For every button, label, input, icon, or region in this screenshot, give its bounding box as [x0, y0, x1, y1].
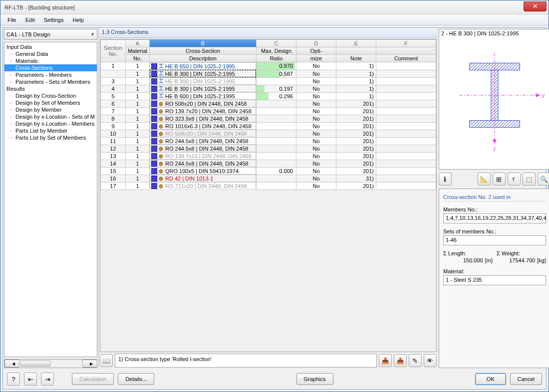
row-number[interactable]: 10 [100, 130, 125, 137]
col-letter-e[interactable]: E [336, 40, 376, 47]
cell-ratio[interactable] [256, 100, 296, 107]
cell-description[interactable]: ◍RO 323.9x8 | DIN 2448, DIN 2458 [150, 115, 256, 122]
cell-optimize[interactable]: No [296, 137, 336, 145]
cell-optimize[interactable]: No [296, 70, 336, 77]
cell-optimize[interactable]: No [296, 62, 336, 70]
cell-ratio[interactable]: 0.197 [256, 85, 296, 92]
cell-note[interactable]: 1) [336, 70, 376, 77]
col-section-no[interactable]: SectionNo. [100, 40, 125, 62]
cell-material[interactable]: 1 [125, 62, 149, 70]
table-row[interactable]: 151◍QRO 100x5 | DIN 59410:19740.000No201… [100, 167, 436, 175]
nav-design-xloc-members[interactable]: Design by x-Location - Members [4, 120, 97, 127]
row-number[interactable]: 12 [100, 145, 125, 152]
graphics-button[interactable]: Graphics [296, 373, 333, 385]
cell-optimize[interactable]: No [296, 100, 336, 107]
cell-note[interactable]: 201) [336, 152, 376, 160]
row-number[interactable]: 3 [100, 77, 125, 85]
table-row[interactable]: 171◍RO 711x20 | DIN 2448, DIN 2458No201) [100, 182, 436, 190]
cell-comment[interactable] [376, 167, 436, 175]
cell-description[interactable]: ◍RO 508x20 | DIN 2448, DIN 2458 [150, 100, 256, 107]
calculation-button[interactable]: Calculation [72, 373, 114, 385]
cell-ratio[interactable] [256, 130, 296, 137]
cell-material[interactable]: 1 [125, 70, 149, 77]
cell-description[interactable]: ◍RO 244.5x8 | DIN 2448, DIN 2458 [150, 160, 256, 167]
cell-note[interactable]: 1) [336, 85, 376, 92]
table-row[interactable]: 101◍RO 508x20 | DIN 2448, DIN 2458No201) [100, 130, 436, 137]
cell-material[interactable]: 1 [125, 137, 149, 145]
cell-description[interactable]: ◍RO 244.5x8 | DIN 2448, DIN 2458 [150, 137, 256, 145]
cell-ratio[interactable] [256, 152, 296, 160]
table-row[interactable]: 111◍RO 244.5x8 | DIN 2448, DIN 2458No201… [100, 137, 436, 145]
cell-comment[interactable] [376, 107, 436, 115]
cell-optimize[interactable]: No [296, 145, 336, 152]
cell-note[interactable]: 201) [336, 160, 376, 167]
cell-ratio[interactable] [256, 77, 296, 85]
cell-note[interactable]: 1) [336, 92, 376, 100]
cell-description[interactable]: 工HE B 300 | DIN 1025-2:1995 [150, 85, 256, 92]
next-table-button[interactable]: ⇥ [41, 373, 54, 386]
cell-material[interactable]: 1 [125, 160, 149, 167]
cell-comment[interactable] [376, 70, 436, 77]
cell-optimize[interactable]: No [296, 160, 336, 167]
cell-optimize[interactable]: No [296, 167, 336, 175]
table-row[interactable]: 41工HE B 300 | DIN 1025-2:19950.197No1) [100, 85, 436, 92]
cell-note[interactable]: 31) [336, 175, 376, 182]
cell-note[interactable]: 201) [336, 107, 376, 115]
row-number[interactable]: 11 [100, 137, 125, 145]
cell-comment[interactable] [376, 137, 436, 145]
col-ratio[interactable]: Max. Design [256, 47, 296, 55]
cell-description[interactable]: ◍RO 711x20 | DIN 2448, DIN 2458 [150, 182, 256, 190]
table-row[interactable]: 21工HE B 300 | DIN 1025-2:19950.587No1) [100, 70, 436, 77]
cell-material[interactable]: 1 [125, 182, 149, 190]
cell-note[interactable]: 201) [336, 115, 376, 122]
tree-group-input[interactable]: Input Data [4, 43, 97, 50]
cell-ratio[interactable]: 0.587 [256, 70, 296, 77]
pick-section-button[interactable]: 📥 [379, 354, 392, 367]
nav-parts-som[interactable]: Parts List by Set of Members [4, 134, 97, 141]
cell-optimize[interactable]: No [296, 77, 336, 85]
table-row[interactable]: 11工HE B 650 | DIN 1025-2:19950.970No1) [100, 62, 436, 70]
table-row[interactable]: 91◍RO 1016x6.3 | DIN 2448, DIN 2458No201… [100, 122, 436, 130]
row-number[interactable]: 15 [100, 167, 125, 175]
cell-note[interactable]: 1) [336, 62, 376, 70]
cell-ratio[interactable] [256, 175, 296, 182]
row-number[interactable]: 1 [100, 62, 125, 70]
cell-material[interactable]: 1 [125, 167, 149, 175]
cross-sections-table[interactable]: SectionNo. A B C D E F Material Cross-Se… [100, 39, 436, 190]
cell-note[interactable]: 201) [336, 137, 376, 145]
cell-note[interactable]: 1) [336, 77, 376, 85]
cell-material[interactable]: 1 [125, 175, 149, 182]
table-row[interactable]: 51工HE B 600 | DIN 1025-2:19950.296No1) [100, 92, 436, 100]
cell-material[interactable]: 1 [125, 145, 149, 152]
cell-material[interactable]: 1 [125, 115, 149, 122]
nav-design-xloc-sets[interactable]: Design by x-Location - Sets of M [4, 113, 97, 120]
cell-comment[interactable] [376, 182, 436, 190]
cancel-button[interactable]: Cancel [510, 373, 542, 385]
table-row[interactable]: 141◍RO 244.5x8 | DIN 2448, DIN 2458No201… [100, 160, 436, 167]
measure-button[interactable]: 📐 [478, 173, 491, 186]
col-letter-c[interactable]: C [256, 40, 296, 47]
cell-description[interactable]: 工HE B 650 | DIN 1025-2:1995 [150, 62, 256, 70]
cell-note[interactable]: 201) [336, 145, 376, 152]
info-button[interactable]: ℹ [439, 173, 452, 186]
col-letter-d[interactable]: D [296, 40, 336, 47]
cell-note[interactable]: 201) [336, 122, 376, 130]
cell-description[interactable]: ◍RO 139.7x10 | DIN 2448, DIN 2458 [150, 152, 256, 160]
cell-material[interactable]: 1 [125, 77, 149, 85]
cell-ratio[interactable] [256, 107, 296, 115]
scroll-thumb[interactable] [20, 361, 50, 367]
values-button[interactable]: ⬚ [523, 173, 536, 186]
scroll-right-icon[interactable]: ▶ [82, 360, 97, 368]
nav-design-member[interactable]: Design by Member [4, 106, 97, 113]
cell-optimize[interactable]: No [296, 92, 336, 100]
cell-optimize[interactable]: No [296, 182, 336, 190]
cell-optimize[interactable]: No [296, 85, 336, 92]
tree-group-results[interactable]: Results [4, 85, 97, 92]
nav-general-data[interactable]: General Data [4, 50, 97, 57]
preview-canvas[interactable]: y z [439, 37, 549, 169]
nav-parts-member[interactable]: Parts List by Member [4, 127, 97, 134]
row-number[interactable]: 6 [100, 100, 125, 107]
zoom-button[interactable]: 🔍 [538, 173, 549, 186]
cell-optimize[interactable]: No [296, 115, 336, 122]
col-letter-a[interactable]: A [125, 40, 149, 47]
